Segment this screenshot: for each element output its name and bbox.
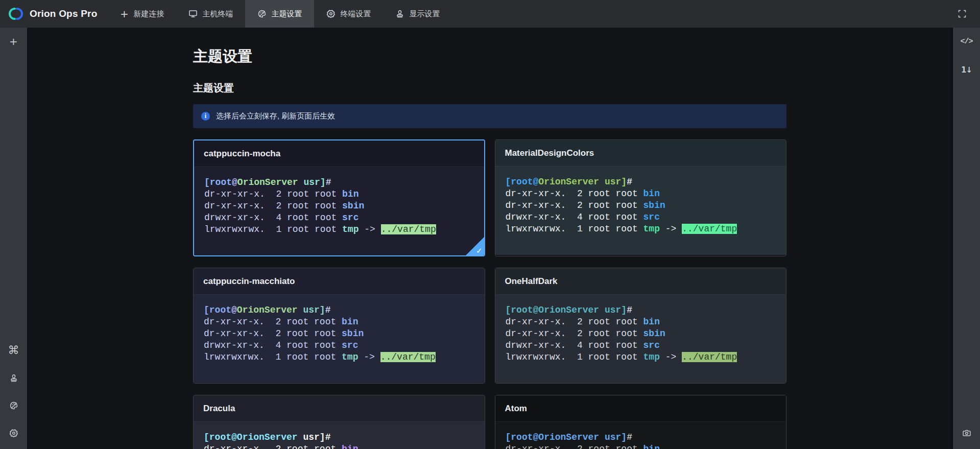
nav-tabs: +新建连接主机终端主题设置终端设置显示设置 bbox=[107, 0, 452, 28]
terminal-line: [root@OrionServer usr]# bbox=[204, 432, 474, 443]
terminal-line: [root@OrionServer usr]# bbox=[506, 432, 776, 443]
tab-theme-settings[interactable]: 主题设置 bbox=[245, 0, 314, 28]
fullscreen-icon bbox=[958, 9, 967, 18]
terminal-line: drwxr-xr-x. 4 root root src bbox=[204, 212, 474, 224]
notice-text: 选择后会立刻保存, 刷新页面后生效 bbox=[216, 111, 335, 121]
sort-icon: 1↓ bbox=[961, 65, 972, 75]
gear-icon bbox=[9, 429, 18, 438]
terminal-preview: [root@OrionServer usr]#dr-xr-xr-x. 2 roo… bbox=[194, 422, 485, 449]
terminal-line: [root@OrionServer usr]# bbox=[506, 176, 776, 188]
selected-check-icon: ✓ bbox=[476, 247, 483, 255]
tab-display-settings[interactable]: 显示设置 bbox=[383, 0, 452, 28]
info-icon: i bbox=[201, 112, 210, 121]
terminal-preview: [root@OrionServer usr]#dr-xr-xr-x. 2 roo… bbox=[495, 295, 786, 383]
terminal-line: lrwxrwxrwx. 1 root root tmp -> ../var/tm… bbox=[506, 351, 776, 363]
terminal-preview: [root@OrionServer usr]#dr-xr-xr-x. 2 roo… bbox=[194, 167, 484, 255]
terminal-line: [root@OrionServer usr]# bbox=[204, 304, 474, 316]
plus-button[interactable]: + bbox=[6, 34, 21, 49]
tab-label: 终端设置 bbox=[340, 9, 371, 19]
code-button[interactable]: </> bbox=[959, 34, 974, 49]
tab-new-connection[interactable]: +新建连接 bbox=[107, 0, 176, 28]
notice-banner: i 选择后会立刻保存, 刷新页面后生效 bbox=[193, 104, 786, 128]
theme-card-title: Dracula bbox=[194, 395, 485, 422]
camera-button[interactable] bbox=[959, 426, 974, 441]
terminal-line: dr-xr-xr-x. 2 root root bin bbox=[204, 316, 474, 328]
monitor-icon bbox=[188, 9, 198, 18]
main-content: adminadminadminadminadminadminadminadmin… bbox=[27, 28, 953, 449]
command-button[interactable]: ⌘ bbox=[6, 343, 21, 358]
terminal-line: drwxr-xr-x. 4 root root src bbox=[506, 340, 776, 351]
theme-card-title: OneHalfDark bbox=[495, 268, 786, 295]
tab-label: 主机终端 bbox=[202, 9, 233, 19]
app-title: Orion Ops Pro bbox=[30, 8, 97, 19]
gear-button[interactable] bbox=[6, 426, 21, 441]
theme-card-title: Atom bbox=[495, 395, 786, 422]
tab-terminal-settings[interactable]: 终端设置 bbox=[314, 0, 383, 28]
terminal-line: dr-xr-xr-x. 2 root root sbin bbox=[204, 328, 474, 340]
brand: Orion Ops Pro bbox=[0, 0, 107, 28]
stamp-button[interactable] bbox=[6, 370, 21, 386]
command-icon: ⌘ bbox=[8, 345, 19, 356]
app-window: Orion Ops Pro +新建连接主机终端主题设置终端设置显示设置 + ⌘ … bbox=[0, 0, 980, 449]
nav-right bbox=[955, 0, 980, 28]
tab-label: 主题设置 bbox=[271, 9, 302, 19]
right-rail: </>1↓ bbox=[953, 28, 980, 449]
terminal-line: [root@OrionServer usr]# bbox=[506, 304, 776, 316]
app-logo-icon bbox=[7, 6, 25, 21]
stamp-icon bbox=[9, 373, 18, 383]
terminal-line: [root@OrionServer usr]# bbox=[204, 177, 474, 188]
sort-button[interactable]: 1↓ bbox=[959, 62, 974, 78]
terminal-preview: [root@OrionServer usr]#dr-xr-xr-x. 2 roo… bbox=[495, 422, 786, 449]
tab-host-terminal[interactable]: 主机终端 bbox=[176, 0, 245, 28]
section-title: 主题设置 bbox=[193, 82, 786, 94]
terminal-line: dr-xr-xr-x. 2 root root sbin bbox=[204, 200, 474, 212]
palette-button[interactable] bbox=[6, 398, 21, 413]
terminal-line: dr-xr-xr-x. 2 root root bin bbox=[506, 316, 776, 328]
theme-grid: catppuccin-mocha[root@OrionServer usr]#d… bbox=[193, 139, 786, 449]
fullscreen-button[interactable] bbox=[955, 7, 969, 20]
tab-label: 新建连接 bbox=[133, 9, 164, 19]
palette-icon bbox=[257, 9, 267, 18]
theme-card-Atom[interactable]: Atom[root@OrionServer usr]#dr-xr-xr-x. 2… bbox=[495, 395, 787, 449]
terminal-line: lrwxrwxrwx. 1 root root tmp -> ../var/tm… bbox=[506, 223, 776, 235]
theme-card-MaterialDesignColors[interactable]: MaterialDesignColors[root@OrionServer us… bbox=[495, 139, 787, 256]
terminal-line: dr-xr-xr-x. 2 root root bin bbox=[204, 188, 474, 200]
theme-card-title: MaterialDesignColors bbox=[495, 140, 786, 167]
plus-icon: + bbox=[119, 9, 129, 18]
theme-card-title: catppuccin-macchiato bbox=[194, 268, 485, 295]
terminal-line: dr-xr-xr-x. 2 root root bin bbox=[204, 443, 474, 449]
top-navbar: Orion Ops Pro +新建连接主机终端主题设置终端设置显示设置 bbox=[0, 0, 980, 28]
terminal-line: dr-xr-xr-x. 2 root root bin bbox=[506, 188, 776, 200]
plus-icon: + bbox=[9, 36, 18, 46]
terminal-preview: [root@OrionServer usr]#dr-xr-xr-x. 2 roo… bbox=[194, 295, 485, 383]
theme-card-OneHalfDark[interactable]: OneHalfDark[root@OrionServer usr]#dr-xr-… bbox=[495, 268, 787, 384]
terminal-line: dr-xr-xr-x. 2 root root sbin bbox=[506, 328, 776, 340]
terminal-preview: [root@OrionServer usr]#dr-xr-xr-x. 2 roo… bbox=[495, 167, 786, 255]
terminal-line: lrwxrwxrwx. 1 root root tmp -> ../var/tm… bbox=[204, 224, 474, 235]
theme-card-catppuccin-mocha[interactable]: catppuccin-mocha[root@OrionServer usr]#d… bbox=[193, 139, 485, 256]
terminal-line: drwxr-xr-x. 4 root root src bbox=[506, 211, 776, 223]
terminal-line: dr-xr-xr-x. 2 root root sbin bbox=[506, 200, 776, 211]
page-title: 主题设置 bbox=[193, 47, 786, 65]
left-rail: + ⌘ bbox=[0, 28, 27, 449]
code-icon: </> bbox=[960, 37, 972, 46]
theme-card-title: catppuccin-mocha bbox=[194, 140, 484, 167]
gear-icon bbox=[326, 9, 336, 18]
theme-card-catppuccin-macchiato[interactable]: catppuccin-macchiato[root@OrionServer us… bbox=[193, 268, 485, 384]
theme-card-Dracula[interactable]: Dracula[root@OrionServer usr]#dr-xr-xr-x… bbox=[193, 395, 485, 449]
tab-label: 显示设置 bbox=[409, 9, 440, 19]
camera-icon bbox=[962, 429, 971, 438]
terminal-line: drwxr-xr-x. 4 root root src bbox=[204, 340, 474, 351]
palette-icon bbox=[9, 401, 18, 410]
stamp-icon bbox=[395, 9, 404, 18]
terminal-line: lrwxrwxrwx. 1 root root tmp -> ../var/tm… bbox=[204, 351, 474, 363]
terminal-line: dr-xr-xr-x. 2 root root bin bbox=[506, 443, 776, 449]
